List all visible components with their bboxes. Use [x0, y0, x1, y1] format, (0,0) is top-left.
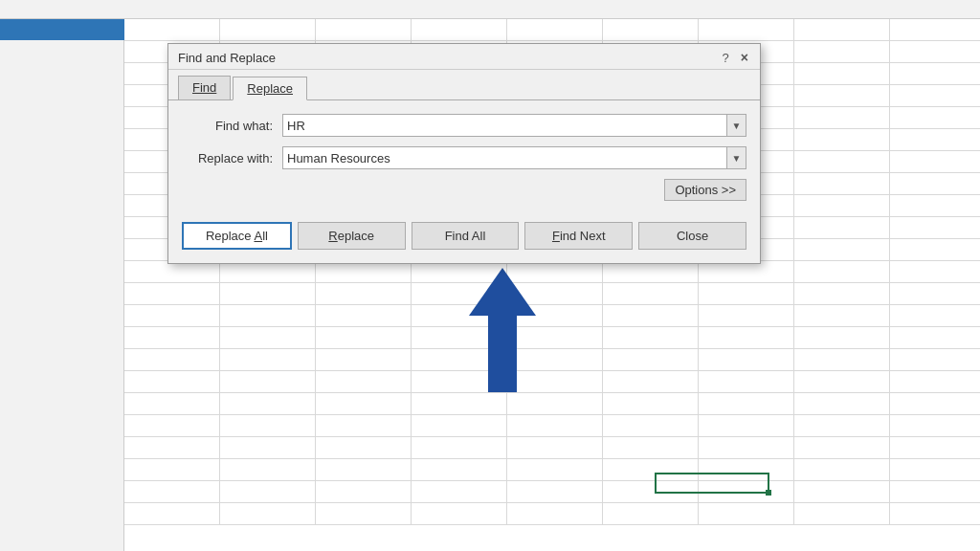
grid-cell[interactable] [794, 107, 890, 128]
grid-cell[interactable] [124, 283, 220, 304]
grid-cell[interactable] [603, 19, 699, 40]
grid-cell[interactable] [603, 503, 699, 524]
grid-cell[interactable] [794, 41, 890, 62]
grid-cell[interactable] [890, 349, 980, 370]
grid-cell[interactable] [890, 63, 980, 84]
grid-cell[interactable] [794, 371, 890, 392]
options-button[interactable]: Options >> [664, 179, 746, 201]
grid-cell[interactable] [316, 393, 412, 414]
grid-cell[interactable] [316, 415, 412, 436]
grid-cell[interactable] [220, 393, 316, 414]
grid-cell[interactable] [603, 415, 699, 436]
replace-all-button[interactable]: Replace All [182, 222, 292, 250]
grid-cell[interactable] [412, 393, 507, 414]
grid-cell[interactable] [699, 393, 794, 414]
grid-cell[interactable] [412, 437, 507, 458]
grid-cell[interactable] [794, 481, 890, 502]
grid-cell[interactable] [507, 415, 603, 436]
grid-cell[interactable] [699, 415, 794, 436]
grid-cell[interactable] [124, 481, 220, 502]
grid-cell[interactable] [507, 393, 603, 414]
grid-cell[interactable] [794, 261, 890, 282]
grid-cell[interactable] [890, 305, 980, 326]
grid-cell[interactable] [124, 371, 220, 392]
grid-cell[interactable] [220, 327, 316, 348]
grid-cell[interactable] [316, 261, 412, 282]
grid-cell[interactable] [890, 239, 980, 260]
grid-cell[interactable] [890, 195, 980, 216]
grid-cell[interactable] [890, 41, 980, 62]
grid-cell[interactable] [794, 63, 890, 84]
grid-cell[interactable] [890, 437, 980, 458]
grid-cell[interactable] [890, 503, 980, 524]
grid-cell[interactable] [124, 349, 220, 370]
grid-cell[interactable] [890, 261, 980, 282]
grid-cell[interactable] [412, 459, 507, 480]
grid-cell[interactable] [603, 371, 699, 392]
grid-cell[interactable] [316, 503, 412, 524]
grid-cell[interactable] [794, 503, 890, 524]
grid-cell[interactable] [890, 217, 980, 238]
selected-cell[interactable] [655, 473, 769, 494]
grid-cell[interactable] [412, 503, 507, 524]
grid-cell[interactable] [890, 393, 980, 414]
grid-cell[interactable] [316, 327, 412, 348]
grid-cell[interactable] [699, 19, 794, 40]
grid-cell[interactable] [794, 19, 890, 40]
grid-cell[interactable] [124, 393, 220, 414]
grid-cell[interactable] [316, 283, 412, 304]
grid-cell[interactable] [220, 503, 316, 524]
grid-cell[interactable] [316, 19, 412, 40]
grid-cell[interactable] [699, 261, 794, 282]
grid-cell[interactable] [794, 173, 890, 194]
grid-cell[interactable] [124, 261, 220, 282]
grid-cell[interactable] [507, 459, 603, 480]
grid-cell[interactable] [124, 327, 220, 348]
grid-cell[interactable] [507, 19, 603, 40]
grid-cell[interactable] [124, 305, 220, 326]
grid-cell[interactable] [890, 129, 980, 150]
grid-cell[interactable] [699, 437, 794, 458]
tab-replace[interactable]: Replace [233, 77, 307, 100]
grid-cell[interactable] [794, 415, 890, 436]
grid-cell[interactable] [124, 459, 220, 480]
grid-cell[interactable] [316, 437, 412, 458]
grid-cell[interactable] [124, 437, 220, 458]
grid-cell[interactable] [507, 437, 603, 458]
grid-cell[interactable] [794, 305, 890, 326]
grid-cell[interactable] [890, 371, 980, 392]
close-icon[interactable]: × [737, 50, 752, 65]
grid-cell[interactable] [507, 481, 603, 502]
grid-cell[interactable] [699, 283, 794, 304]
grid-cell[interactable] [316, 481, 412, 502]
grid-cell[interactable] [699, 503, 794, 524]
grid-cell[interactable] [412, 415, 507, 436]
grid-cell[interactable] [316, 371, 412, 392]
help-icon[interactable]: ? [719, 51, 733, 65]
grid-cell[interactable] [124, 503, 220, 524]
grid-cell[interactable] [794, 129, 890, 150]
grid-cell[interactable] [603, 305, 699, 326]
grid-cell[interactable] [794, 437, 890, 458]
grid-cell[interactable] [220, 261, 316, 282]
grid-cell[interactable] [220, 371, 316, 392]
find-what-dropdown[interactable]: ▼ [726, 115, 746, 136]
grid-cell[interactable] [220, 19, 316, 40]
grid-cell[interactable] [124, 415, 220, 436]
grid-cell[interactable] [603, 327, 699, 348]
grid-cell[interactable] [794, 327, 890, 348]
find-what-input[interactable] [283, 117, 726, 135]
grid-cell[interactable] [794, 195, 890, 216]
grid-cell[interactable] [220, 459, 316, 480]
grid-cell[interactable] [794, 283, 890, 304]
grid-cell[interactable] [699, 371, 794, 392]
grid-cell[interactable] [220, 481, 316, 502]
grid-cell[interactable] [220, 437, 316, 458]
grid-cell[interactable] [124, 19, 220, 40]
grid-cell[interactable] [794, 349, 890, 370]
grid-cell[interactable] [699, 327, 794, 348]
grid-cell[interactable] [794, 459, 890, 480]
grid-cell[interactable] [220, 349, 316, 370]
grid-cell[interactable] [794, 239, 890, 260]
grid-cell[interactable] [603, 261, 699, 282]
